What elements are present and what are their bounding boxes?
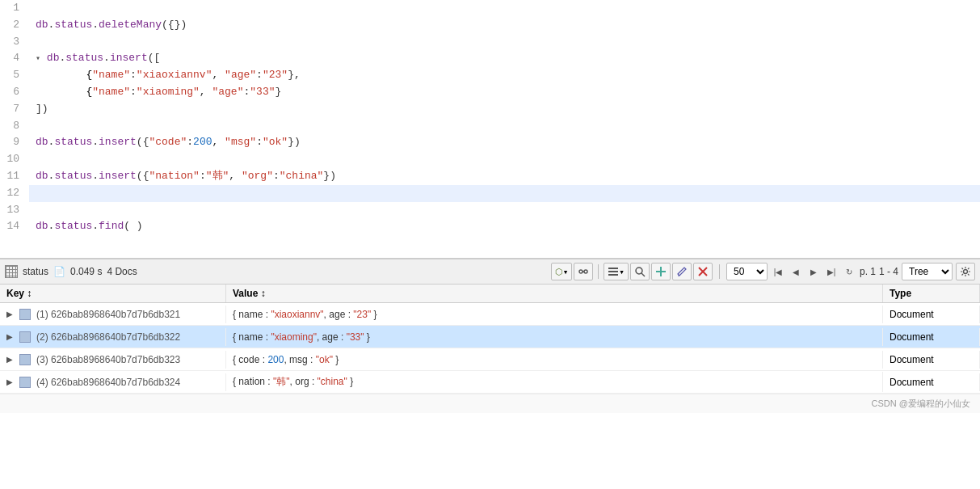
code-content: db.status.find( ) — [29, 218, 980, 235]
page-size-select[interactable]: 50 100 200 — [726, 263, 768, 280]
search-button[interactable] — [630, 263, 650, 280]
row-id-2: (2) 626bab8968640b7d7b6db322 — [36, 331, 180, 343]
prev-page-button[interactable]: ◀ — [789, 264, 803, 279]
line-number: 6 — [0, 84, 29, 101]
code-content: db.status.insert({"nation":"韩", "org":"c… — [29, 168, 980, 185]
key-cell-1: ▶ (1) 626bab8968640b7d7b6db321 — [0, 306, 226, 323]
code-line-12: 12 — [0, 185, 980, 202]
code-content: {"name":"xiaoming", "age":"33"} — [29, 84, 980, 101]
results-toolbar: status 📄 0.049 s 4 Docs ⬡▾ ▾ — [0, 259, 980, 285]
code-content — [29, 34, 980, 51]
edit-button[interactable] — [672, 263, 692, 280]
line-number: 5 — [0, 67, 29, 84]
line-number: 10 — [0, 151, 29, 168]
connect-button[interactable] — [574, 263, 593, 280]
code-line-3: 3 — [0, 34, 980, 51]
footer-credit: CSDN @爱编程的小仙女 — [872, 398, 970, 408]
refresh-button[interactable]: ↻ — [842, 264, 856, 279]
toolbar-icons: ⬡▾ ▾ — [551, 263, 713, 280]
type-cell-4: Document — [883, 373, 980, 391]
delete-button[interactable] — [693, 263, 713, 280]
settings-button[interactable] — [956, 263, 975, 280]
code-content — [29, 151, 980, 168]
expand-arrow-1[interactable]: ▶ — [6, 310, 16, 318]
code-line-13: 13 — [0, 202, 980, 219]
line-number: 1 — [0, 0, 29, 17]
row-id-1: (1) 626bab8968640b7d7b6db321 — [36, 309, 180, 320]
svg-point-13 — [964, 270, 968, 274]
view-mode-select[interactable]: Tree Table JSON — [902, 263, 953, 280]
expand-arrow-4[interactable]: ▶ — [6, 377, 16, 386]
result-row-2[interactable]: ▶ (2) 626bab8968640b7d7b6db322 { name : … — [0, 326, 980, 348]
line-number: 13 — [0, 202, 29, 219]
result-row-4[interactable]: ▶ (4) 626bab8968640b7d7b6db324 { nation … — [0, 371, 980, 394]
doc-icon-3 — [19, 354, 31, 365]
doc-icon-2 — [19, 331, 31, 343]
code-content: {"name":"xiaoxiannv", "age":"23"}, — [29, 67, 980, 84]
expand-arrow-3[interactable]: ▶ — [6, 355, 16, 364]
code-line-14: 14 db.status.find( ) — [0, 218, 980, 235]
code-line-6: 6 {"name":"xiaoming", "age":"33"} — [0, 84, 980, 101]
code-line-4: 4 ▾ db.status.insert([ — [0, 50, 980, 67]
type-cell-2: Document — [883, 328, 980, 346]
line-number: 14 — [0, 218, 29, 235]
code-line-5: 5 {"name":"xiaoxiannv", "age":"23"}, — [0, 67, 980, 84]
row-id-3: (3) 626bab8968640b7d7b6db323 — [36, 354, 180, 365]
doc-icon: 📄 — [53, 266, 65, 277]
code-editor[interactable]: 1 2 db.status.deleteMany({}) 3 4 ▾ db.st… — [0, 0, 980, 259]
key-header: Key ↕ — [0, 285, 226, 302]
code-table: 1 2 db.status.deleteMany({}) 3 4 ▾ db.st… — [0, 0, 980, 235]
code-content: db.status.insert({"code":200, "msg":"ok"… — [29, 134, 980, 151]
type-cell-1: Document — [883, 306, 980, 323]
view-button[interactable]: ▾ — [604, 263, 629, 280]
value-cell-3: { code : 200, msg : "ok" } — [226, 351, 883, 369]
code-content: ▾ db.status.insert([ — [29, 50, 980, 67]
code-content — [29, 202, 980, 219]
key-cell-4: ▶ (4) 626bab8968640b7d7b6db324 — [0, 373, 226, 391]
doc-icon-4 — [19, 377, 31, 388]
value-cell-2: { name : "xiaoming", age : "33" } — [226, 328, 883, 346]
code-line-9: 9 db.status.insert({"code":200, "msg":"o… — [0, 134, 980, 151]
result-row-1[interactable]: ▶ (1) 626bab8968640b7d7b6db321 { name : … — [0, 303, 980, 326]
results-table: ▶ (1) 626bab8968640b7d7b6db321 { name : … — [0, 303, 980, 394]
expand-arrow-2[interactable]: ▶ — [6, 332, 16, 341]
results-header: Key ↕ Value ↕ Type — [0, 285, 980, 303]
first-page-button[interactable]: |◀ — [771, 264, 785, 279]
svg-rect-4 — [608, 271, 618, 272]
page-label: p. 1 — [860, 266, 876, 277]
pagination-controls: 50 100 200 |◀ ◀ ▶ ▶| ↻ p. 1 1 - 4 Tree T… — [726, 263, 975, 280]
code-line-7: 7 ]) — [0, 101, 980, 118]
line-number: 11 — [0, 168, 29, 185]
svg-rect-5 — [608, 274, 618, 276]
result-row-3[interactable]: ▶ (3) 626bab8968640b7d7b6db323 { code : … — [0, 348, 980, 371]
key-cell-3: ▶ (3) 626bab8968640b7d7b6db323 — [0, 351, 226, 369]
line-number: 3 — [0, 34, 29, 51]
export-button[interactable]: ⬡▾ — [551, 263, 573, 280]
code-content — [29, 0, 980, 17]
code-line-11: 11 db.status.insert({"nation":"韩", "org"… — [0, 168, 980, 185]
separator — [598, 264, 599, 279]
separator-2 — [719, 264, 720, 279]
key-cell-2: ▶ (2) 626bab8968640b7d7b6db322 — [0, 328, 226, 346]
code-line-8: 8 — [0, 118, 980, 135]
next-page-button[interactable]: ▶ — [806, 264, 821, 279]
code-content: db.status.deleteMany({}) — [29, 17, 980, 34]
value-cell-1: { name : "xiaoxiannv", age : "23" } — [226, 306, 883, 323]
svg-rect-3 — [608, 268, 618, 269]
row-id-4: (4) 626bab8968640b7d7b6db324 — [36, 377, 180, 388]
value-header: Value ↕ — [226, 285, 883, 302]
type-cell-3: Document — [883, 351, 980, 369]
svg-rect-9 — [656, 271, 666, 272]
code-line-2: 2 db.status.deleteMany({}) — [0, 17, 980, 34]
svg-point-6 — [636, 268, 642, 274]
query-time: 0.049 s — [70, 266, 102, 277]
last-page-button[interactable]: ▶| — [824, 264, 839, 279]
svg-point-0 — [579, 270, 583, 273]
type-header: Type — [883, 285, 980, 302]
page-range: 1 - 4 — [879, 266, 898, 277]
line-number: 8 — [0, 118, 29, 135]
toolbar-status: status 📄 0.049 s 4 Docs — [5, 265, 137, 278]
doc-icon-1 — [19, 309, 31, 320]
grid-icon — [5, 265, 18, 278]
add-button[interactable] — [651, 263, 671, 280]
